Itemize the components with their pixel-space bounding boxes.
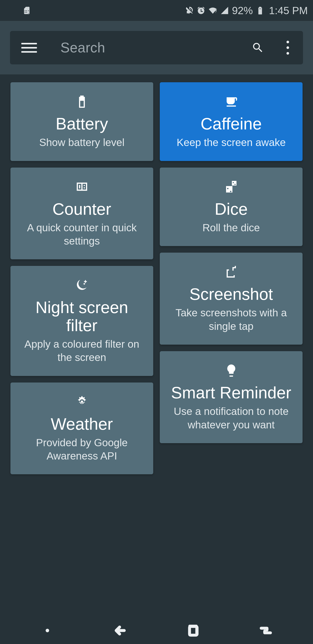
tile-night-filter[interactable]: Night screen filter Apply a coloured fil… [10,266,153,376]
tile-desc: Show battery level [39,136,124,149]
tile-counter[interactable]: Counter A quick counter in quick setting… [10,168,153,260]
coffee-icon [224,93,238,110]
svg-rect-0 [190,626,197,635]
clock-time: 1:45 PM [269,4,308,16]
alarm-icon [197,6,205,15]
counter-icon [75,178,89,196]
battery-pct: 92% [232,4,253,16]
tile-smart-reminder[interactable]: Smart Reminder Use a notification to not… [160,351,303,443]
sim-card-icon [22,6,31,15]
moon-stars-icon [75,276,89,294]
tile-screenshot[interactable]: Screenshot Take screenshots with a singl… [160,252,303,345]
weather-icon [75,393,89,410]
signal-icon [220,6,229,15]
tile-desc: A quick counter in quick settings [18,221,145,248]
tile-desc: Keep the screen awake [177,136,286,149]
tile-title: Night screen filter [18,298,145,334]
nav-home-button[interactable] [169,624,217,638]
app-bar: Search [0,21,313,74]
navigation-bar [0,620,313,644]
tile-desc: Apply a coloured filter on the screen [18,338,145,364]
tile-title: Smart Reminder [171,384,291,402]
battery-icon [75,93,89,110]
search-input[interactable]: Search [37,40,247,56]
search-button[interactable] [247,41,268,54]
tile-desc: Provided by Google Awareness API [18,436,145,463]
tile-title: Dice [215,200,248,218]
tile-title: Counter [52,200,111,218]
tile-title: Caffeine [201,115,262,133]
dice-icon [224,178,238,196]
nav-recents-button[interactable] [242,624,290,638]
tile-caffeine[interactable]: Caffeine Keep the screen awake [160,82,303,161]
overflow-menu-button[interactable] [281,41,294,54]
nav-assistant-dot[interactable] [23,629,71,632]
tile-battery[interactable]: Battery Show battery level [10,82,153,161]
screenshot-icon [224,263,238,280]
search-icon [252,41,264,54]
wifi-icon [208,6,217,15]
tile-desc: Take screenshots with a single tap [168,306,295,333]
tile-desc: Use a notification to note whatever you … [168,405,295,432]
tiles-grid: Battery Show battery level Counter A qui… [10,82,303,474]
search-bar[interactable]: Search [10,31,303,64]
lightbulb-icon [224,362,238,379]
battery-icon [256,6,265,15]
tile-dice[interactable]: Dice Roll the dice [160,168,303,246]
tile-title: Screenshot [189,285,273,303]
tile-desc: Roll the dice [202,221,260,234]
mute-icon [185,6,194,15]
status-bar: 92% 1:45 PM [0,0,313,21]
tile-title: Weather [51,415,113,433]
nav-back-button[interactable] [96,624,144,638]
tile-title: Battery [56,115,108,133]
tile-weather[interactable]: Weather Provided by Google Awareness API [10,382,153,474]
hamburger-menu-icon[interactable] [21,43,37,53]
